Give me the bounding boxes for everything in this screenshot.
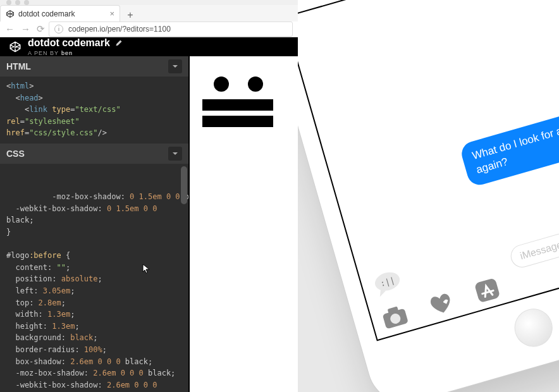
svg-rect-5 bbox=[474, 278, 501, 303]
scrollbar[interactable] bbox=[181, 166, 187, 204]
nav-back-icon[interactable]: ← bbox=[5, 23, 15, 35]
codepen-logo-icon bbox=[9, 40, 22, 53]
window-min-dot[interactable] bbox=[15, 0, 20, 5]
html-editor[interactable]: <html> <head> <link type="text/css" rel=… bbox=[0, 77, 188, 144]
css-editor[interactable]: -moz-box-shadow: 0 1.5em 0 0 black; -web… bbox=[0, 164, 188, 392]
browser-window: dotdot codemark × + ← → ⟳ i codepen.io/p… bbox=[0, 0, 298, 392]
phone-body: What do I look for at Target again? iMes… bbox=[298, 0, 559, 392]
url-field[interactable]: i codepen.io/pen/?editors=1100 bbox=[49, 21, 293, 37]
reload-icon[interactable]: ⟳ bbox=[37, 23, 45, 35]
window-close-dot[interactable] bbox=[6, 0, 11, 5]
tab-strip: dotdot codemark × + bbox=[0, 5, 298, 21]
camera-icon[interactable] bbox=[380, 303, 410, 331]
editor-panels: HTML <html> <head> <link type="text/css"… bbox=[0, 56, 190, 392]
html-panel-label: HTML bbox=[6, 61, 31, 71]
phone-screen: What do I look for at Target again? iMes… bbox=[298, 0, 559, 341]
message-input[interactable]: iMessage bbox=[508, 208, 559, 270]
css-panel-label: CSS bbox=[6, 149, 25, 159]
browser-tab[interactable]: dotdot codemark × bbox=[0, 5, 120, 21]
new-tab-button[interactable]: + bbox=[123, 9, 138, 21]
html-panel-header[interactable]: HTML bbox=[0, 56, 188, 77]
codepen-header: dotdot codemark A PEN BYben bbox=[0, 37, 298, 56]
preview-panel bbox=[190, 56, 298, 392]
message-bubble: What do I look for at Target again? bbox=[459, 100, 559, 188]
pen-byline: A PEN BYben bbox=[28, 50, 123, 56]
tab-title: dotdot codemark bbox=[18, 9, 75, 18]
iphone-mockup: What do I look for at Target again? iMes… bbox=[298, 0, 559, 392]
panel-options-icon[interactable] bbox=[168, 147, 182, 161]
tab-close-icon[interactable]: × bbox=[109, 9, 114, 18]
pen-title: dotdot codemark bbox=[28, 37, 110, 49]
speech-bubble-icon[interactable]: :|| bbox=[371, 268, 405, 300]
address-bar: ← → ⟳ i codepen.io/pen/?editors=1100 bbox=[0, 21, 298, 37]
window-traffic-lights bbox=[0, 0, 298, 5]
heart-icon[interactable] bbox=[426, 290, 457, 317]
edit-pencil-icon[interactable] bbox=[115, 39, 123, 47]
message-placeholder: iMessage bbox=[519, 239, 559, 262]
url-text: codepen.io/pen/?editors=1100 bbox=[68, 25, 171, 34]
codepen-favicon-icon bbox=[6, 9, 15, 18]
editor-area: HTML <html> <head> <link type="text/css"… bbox=[0, 56, 298, 392]
mouse-cursor-icon bbox=[142, 264, 150, 274]
nav-forward-icon[interactable]: → bbox=[21, 23, 30, 35]
site-info-icon[interactable]: i bbox=[54, 25, 63, 34]
home-button[interactable] bbox=[510, 304, 557, 351]
window-max-dot[interactable] bbox=[24, 0, 29, 5]
appstore-icon[interactable] bbox=[472, 276, 503, 304]
css-panel-header[interactable]: CSS bbox=[0, 144, 188, 164]
panel-options-icon[interactable] bbox=[168, 59, 182, 73]
